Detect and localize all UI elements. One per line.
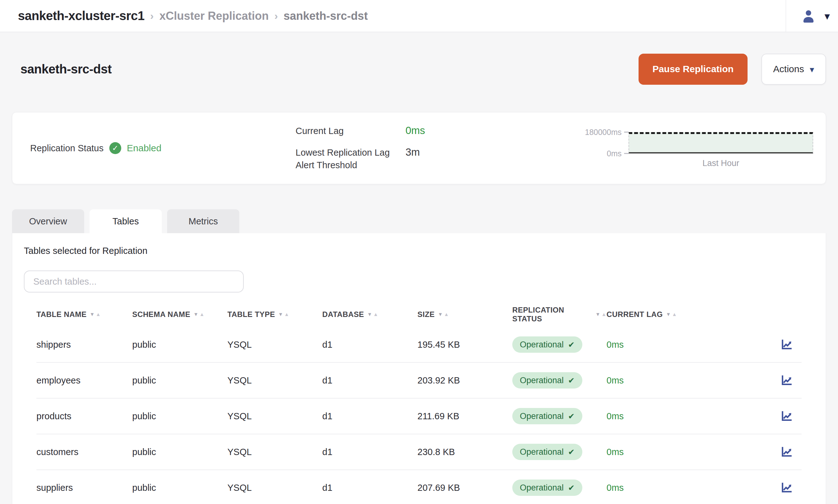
- sort-icon[interactable]: ▼▲: [90, 312, 101, 317]
- view-lag-chart-button[interactable]: [780, 481, 793, 494]
- cell-database: d1: [322, 375, 417, 386]
- badge-check-icon: ✔: [568, 340, 575, 349]
- table-row: products public YSQL d1 211.69 KB Operat…: [36, 399, 802, 434]
- status-badge: Operational✔: [512, 408, 582, 424]
- cell-table-type: YSQL: [227, 411, 322, 421]
- actions-caret-icon: ▾: [810, 65, 814, 74]
- user-avatar-icon[interactable]: [801, 8, 816, 24]
- sort-icon[interactable]: ▼▲: [367, 312, 379, 317]
- cell-current-lag: 0ms: [607, 375, 704, 386]
- badge-check-icon: ✔: [568, 412, 575, 421]
- chart-icon: [780, 374, 793, 387]
- chart-icon: [780, 481, 793, 494]
- lag-metrics: Current Lag 0ms Lowest Replication LagAl…: [296, 125, 522, 172]
- chart-icon: [780, 445, 793, 458]
- view-lag-chart-button[interactable]: [780, 445, 793, 458]
- tables-panel: Tables selected for Replication TABLE NA…: [12, 233, 826, 504]
- lag-threshold-value: 3m: [405, 146, 522, 158]
- tables-table: TABLE NAME▼▲ SCHEMA NAME▼▲ TABLE TYPE▼▲ …: [36, 302, 802, 504]
- view-lag-chart-button[interactable]: [780, 338, 793, 351]
- current-lag-label: Current Lag: [296, 125, 405, 138]
- cell-size: 230.8 KB: [417, 447, 512, 457]
- cell-table-type: YSQL: [227, 340, 322, 350]
- breadcrumb-universe-link[interactable]: sanketh-xcluster-src1: [18, 9, 144, 23]
- table-header-row: TABLE NAME▼▲ SCHEMA NAME▼▲ TABLE TYPE▼▲ …: [36, 302, 802, 327]
- cell-size: 207.69 KB: [417, 483, 512, 493]
- cell-database: d1: [322, 411, 417, 421]
- cell-database: d1: [322, 447, 417, 457]
- title-row: sanketh-src-dst Pause Replication Action…: [12, 53, 826, 85]
- replication-status-label: Replication Status: [30, 143, 104, 154]
- breadcrumb-current-page: sanketh-src-dst: [284, 10, 368, 23]
- cell-table-name: products: [36, 411, 132, 421]
- pause-replication-button[interactable]: Pause Replication: [639, 54, 747, 85]
- column-header-replication-status[interactable]: REPLICATION STATUS▼▲: [512, 306, 607, 323]
- cell-schema-name: public: [132, 340, 227, 350]
- column-header-table-name[interactable]: TABLE NAME▼▲: [36, 310, 132, 319]
- column-header-table-type[interactable]: TABLE TYPE▼▲: [227, 310, 322, 319]
- column-header-current-lag[interactable]: CURRENT LAG▼▲: [607, 310, 704, 319]
- cell-table-name: shippers: [36, 340, 132, 350]
- table-row: suppliers public YSQL d1 207.69 KB Opera…: [36, 470, 802, 504]
- sort-icon[interactable]: ▼▲: [595, 312, 607, 317]
- status-check-icon: ✓: [109, 142, 121, 154]
- cell-schema-name: public: [132, 411, 227, 421]
- cell-table-type: YSQL: [227, 483, 322, 493]
- sort-icon[interactable]: ▼▲: [193, 312, 205, 317]
- sort-icon[interactable]: ▼▲: [278, 312, 290, 317]
- cell-database: d1: [322, 483, 417, 493]
- cell-schema-name: public: [132, 483, 227, 493]
- breadcrumb-separator-icon: ›: [150, 10, 154, 22]
- cell-size: 211.69 KB: [417, 411, 512, 421]
- lag-chart-ymin-label: 0ms: [607, 149, 629, 158]
- panel-heading: Tables selected for Replication: [24, 246, 814, 256]
- cell-current-lag: 0ms: [607, 447, 704, 457]
- tab-bar: Overview Tables Metrics: [12, 209, 826, 233]
- cell-table-name: suppliers: [36, 483, 132, 493]
- lag-threshold-label: Lowest Replication LagAlert Threshold: [296, 146, 405, 172]
- cell-table-type: YSQL: [227, 447, 322, 457]
- cell-table-name: customers: [36, 447, 132, 457]
- replication-status-card: Replication Status ✓ Enabled Current Lag…: [12, 112, 826, 184]
- cell-table-name: employees: [36, 375, 132, 386]
- cell-current-lag: 0ms: [607, 411, 704, 421]
- view-lag-chart-button[interactable]: [780, 374, 793, 387]
- cell-database: d1: [322, 340, 417, 350]
- table-row: employees public YSQL d1 203.92 KB Opera…: [36, 363, 802, 399]
- status-badge: Operational✔: [512, 337, 582, 353]
- user-menu-caret-icon[interactable]: ▾: [824, 11, 830, 21]
- search-tables-input[interactable]: [24, 271, 244, 292]
- tab-overview[interactable]: Overview: [12, 209, 84, 233]
- view-lag-chart-button[interactable]: [780, 410, 793, 423]
- replication-status-group: Replication Status ✓ Enabled: [30, 142, 296, 154]
- chart-icon: [780, 410, 793, 423]
- breadcrumb-xcluster-link[interactable]: xCluster Replication: [159, 10, 268, 23]
- badge-check-icon: ✔: [568, 448, 575, 456]
- lag-chart-plot-area: Last Hour: [629, 132, 813, 168]
- lag-mini-chart: 180000ms 0ms Last Hour: [572, 132, 813, 168]
- status-badge: Operational✔: [512, 480, 582, 496]
- tab-metrics[interactable]: Metrics: [167, 209, 239, 233]
- badge-check-icon: ✔: [568, 376, 575, 385]
- column-header-schema-name[interactable]: SCHEMA NAME▼▲: [132, 310, 227, 319]
- cell-table-type: YSQL: [227, 375, 322, 386]
- tab-tables[interactable]: Tables: [89, 209, 162, 233]
- badge-check-icon: ✔: [568, 483, 575, 492]
- lag-chart-ymax-label: 180000ms: [585, 127, 629, 137]
- lag-chart-band: [629, 132, 813, 154]
- column-header-size[interactable]: SIZE▼▲: [417, 310, 512, 319]
- table-row: customers public YSQL d1 230.8 KB Operat…: [36, 434, 802, 470]
- column-header-database[interactable]: DATABASE▼▲: [322, 310, 417, 319]
- status-badge: Operational✔: [512, 372, 582, 389]
- user-menu[interactable]: ▾: [786, 0, 838, 32]
- cell-schema-name: public: [132, 447, 227, 457]
- breadcrumb-separator-icon: ›: [274, 10, 278, 22]
- current-lag-value: 0ms: [405, 125, 522, 137]
- lag-chart-caption: Last Hour: [702, 159, 739, 168]
- cell-current-lag: 0ms: [607, 483, 704, 493]
- sort-icon[interactable]: ▼▲: [438, 312, 449, 317]
- actions-button-label: Actions: [773, 64, 804, 74]
- title-actions: Pause Replication Actions ▾: [639, 54, 826, 85]
- actions-button[interactable]: Actions ▾: [761, 54, 826, 85]
- sort-icon[interactable]: ▼▲: [666, 312, 677, 317]
